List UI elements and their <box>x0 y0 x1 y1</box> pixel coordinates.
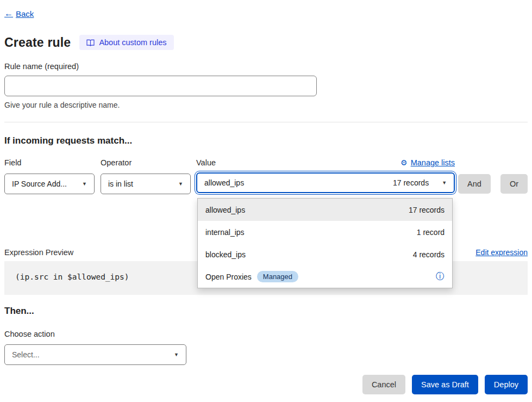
section-divider <box>4 122 528 122</box>
value-select-value: allowed_ips <box>204 178 244 187</box>
page-title: Create rule <box>4 35 71 50</box>
list-option-allowed-ips[interactable]: allowed_ips 17 records <box>198 199 452 221</box>
match-builder-row: Field IP Source Add... ▼ Operator is in … <box>4 158 528 194</box>
list-dropdown: allowed_ips 17 records internal_ips 1 re… <box>197 198 453 288</box>
match-section-title: If incoming requests match... <box>4 135 528 146</box>
operator-select[interactable]: is in list ▼ <box>101 174 191 194</box>
manage-lists-label: Manage lists <box>411 158 455 167</box>
info-icon[interactable]: ⓘ <box>436 271 445 282</box>
list-option-name: allowed_ips <box>205 206 245 214</box>
deploy-button[interactable]: Deploy <box>485 375 528 394</box>
value-label: Value <box>196 158 216 167</box>
and-button[interactable]: And <box>458 174 491 194</box>
list-option-records: 17 records <box>409 206 445 214</box>
rule-name-label: Rule name (required) <box>4 62 528 71</box>
save-draft-button[interactable]: Save as Draft <box>412 375 478 394</box>
back-arrow-icon: ← <box>4 9 13 18</box>
back-link[interactable]: ← Back <box>4 9 34 18</box>
expression-code: (ip.src in $allowed_ips) <box>15 273 129 281</box>
edit-expression-link[interactable]: Edit expression <box>475 248 528 257</box>
value-select-records: 17 records <box>393 178 429 187</box>
list-option-open-proxies[interactable]: Open Proxies Managed ⓘ <box>198 265 452 288</box>
rule-name-input[interactable] <box>4 76 317 96</box>
choose-action-label: Choose action <box>4 330 528 338</box>
list-option-blocked-ips[interactable]: blocked_ips 4 records <box>198 243 452 265</box>
value-select[interactable]: allowed_ips 17 records ▼ <box>196 172 455 193</box>
chevron-down-icon: ▼ <box>174 352 179 357</box>
title-row: Create rule About custom rules <box>4 35 528 50</box>
chevron-down-icon: ▼ <box>82 181 87 187</box>
field-label: Field <box>4 158 95 167</box>
chevron-down-icon: ▼ <box>178 181 183 187</box>
managed-badge: Managed <box>257 271 298 282</box>
list-option-name: blocked_ips <box>205 250 246 259</box>
field-select[interactable]: IP Source Add... ▼ <box>4 174 95 194</box>
gear-icon: ⚙ <box>400 158 408 167</box>
expression-preview-label: Expression Preview <box>4 248 73 257</box>
about-custom-rules-label: About custom rules <box>99 38 166 47</box>
footer-actions: Cancel Save as Draft Deploy <box>4 375 528 394</box>
action-select-placeholder: Select... <box>12 350 40 359</box>
cancel-button[interactable]: Cancel <box>362 375 405 394</box>
action-select[interactable]: Select... ▼ <box>4 344 186 365</box>
chevron-down-icon: ▼ <box>442 180 447 185</box>
manage-lists-link[interactable]: ⚙ Manage lists <box>400 158 455 167</box>
back-label: Back <box>16 9 34 18</box>
list-option-internal-ips[interactable]: internal_ips 1 record <box>198 221 452 243</box>
list-option-records: 1 record <box>417 228 445 237</box>
about-custom-rules-link[interactable]: About custom rules <box>79 35 173 50</box>
list-option-name: internal_ips <box>205 228 245 237</box>
list-option-name: Open Proxies <box>205 273 252 281</box>
operator-select-value: is in list <box>108 180 133 188</box>
or-button[interactable]: Or <box>500 174 528 194</box>
create-rule-page: ← Back Create rule About custom rules Ru… <box>0 0 532 394</box>
field-select-value: IP Source Add... <box>12 180 67 188</box>
operator-label: Operator <box>101 158 191 167</box>
list-option-records: 4 records <box>413 250 445 259</box>
rule-name-help: Give your rule a descriptive name. <box>4 101 528 109</box>
book-icon <box>86 39 95 46</box>
then-section-title: Then... <box>4 306 528 317</box>
